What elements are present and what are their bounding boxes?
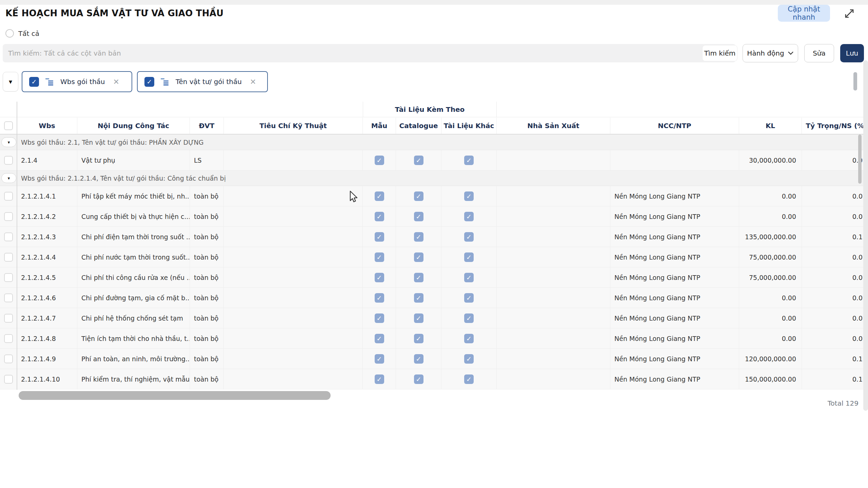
table-row[interactable]: 2.1.2.1.4.2 Cung cấp thiết bị và thực hi… — [0, 206, 868, 227]
table-row[interactable]: 2.1.2.1.4.3 Chi phí điện tạm thời trong … — [0, 227, 868, 247]
tai-lieu-khac-checkbox[interactable] — [464, 212, 474, 221]
table-row[interactable]: 2.1.2.1.4.10 Phí kiểm tra, thí nghiệm, v… — [0, 369, 868, 389]
catalogue-checkbox[interactable] — [414, 212, 423, 221]
horizontal-scrollbar[interactable] — [19, 391, 331, 400]
actions-button[interactable]: Hành động — [743, 44, 798, 62]
column-header-wbs[interactable]: Wbs — [17, 118, 77, 134]
cell-ncc-ntp: Nền Móng Long Giang NTP — [610, 349, 739, 369]
tai-lieu-khac-checkbox[interactable] — [464, 252, 474, 262]
chips-dropdown-button[interactable] — [3, 72, 18, 92]
save-button[interactable]: Lưu — [840, 44, 864, 62]
all-radio-row[interactable]: Tất cả — [5, 29, 39, 38]
catalogue-checkbox[interactable] — [414, 334, 423, 343]
row-checkbox[interactable] — [4, 293, 13, 302]
tai-lieu-khac-checkbox[interactable] — [464, 156, 474, 165]
catalogue-checkbox[interactable] — [414, 374, 423, 384]
tai-lieu-khac-checkbox[interactable] — [464, 232, 474, 242]
mau-checkbox[interactable] — [375, 313, 384, 323]
filter-chip-wbs-goi-thau[interactable]: Wbs gói thầu — [22, 71, 132, 92]
tai-lieu-khac-checkbox[interactable] — [464, 374, 474, 384]
chip-checkbox[interactable] — [144, 77, 154, 87]
mau-checkbox[interactable] — [375, 156, 384, 165]
expand-icon[interactable] — [843, 7, 856, 20]
row-checkbox[interactable] — [4, 212, 13, 221]
table-vertical-scrollbar[interactable] — [858, 135, 862, 184]
tai-lieu-khac-checkbox[interactable] — [464, 354, 474, 364]
column-header-noi-dung[interactable]: Nội Dung Công Tác — [77, 118, 190, 134]
catalogue-checkbox[interactable] — [414, 156, 423, 165]
table-row[interactable]: 2.1.2.1.4.1 Phí tập kết máy móc thiết bị… — [0, 186, 868, 206]
row-checkbox[interactable] — [4, 273, 13, 282]
chip-checkbox[interactable] — [29, 77, 39, 87]
column-header-mau[interactable]: Mẫu — [363, 118, 396, 134]
catalogue-checkbox[interactable] — [414, 354, 423, 364]
tai-lieu-khac-checkbox[interactable] — [464, 191, 474, 201]
tai-lieu-khac-checkbox[interactable] — [464, 334, 474, 343]
row-checkbox[interactable] — [4, 156, 13, 165]
cell-wbs: 2.1.2.1.4.2 — [17, 206, 77, 226]
mau-checkbox[interactable] — [375, 232, 384, 242]
collapse-group-button[interactable] — [1, 137, 16, 147]
column-header-ty-trong[interactable]: Tỷ Trọng/NS (% — [802, 118, 868, 134]
close-icon[interactable] — [250, 78, 256, 86]
close-icon[interactable] — [113, 78, 119, 86]
row-checkbox[interactable] — [4, 354, 13, 363]
catalogue-checkbox[interactable] — [414, 191, 423, 201]
tai-lieu-khac-checkbox[interactable] — [464, 293, 474, 303]
select-all-checkbox[interactable] — [4, 121, 13, 130]
mau-checkbox[interactable] — [375, 354, 384, 364]
all-radio[interactable] — [5, 29, 14, 38]
table-row[interactable]: 2.1.4 Vật tư phụ LS 30,000,000.00 0.0 — [0, 150, 868, 170]
collapse-group-button[interactable] — [1, 173, 16, 183]
catalogue-checkbox[interactable] — [414, 252, 423, 262]
table-header-group-row: Tài Liệu Kèm Theo — [0, 102, 868, 117]
column-header-kl[interactable]: KL — [739, 118, 802, 134]
table-row[interactable]: 2.1.2.1.4.6 Chi phí đường tạm, gia cố mặ… — [0, 288, 868, 308]
mau-checkbox[interactable] — [375, 293, 384, 303]
search-bar[interactable] — [3, 44, 736, 62]
column-header-nha-san-xuat[interactable]: Nhà Sản Xuất — [497, 118, 610, 134]
cell-dvt: toàn bộ — [190, 308, 224, 328]
tai-lieu-khac-checkbox[interactable] — [464, 273, 474, 282]
mau-checkbox[interactable] — [375, 212, 384, 221]
edit-button[interactable]: Sửa — [804, 44, 834, 62]
cell-wbs: 2.1.2.1.4.9 — [17, 349, 77, 369]
filter-chip-ten-vat-tu[interactable]: Tên vật tư/ gói thầu — [137, 71, 268, 92]
column-header-dvt[interactable]: ĐVT — [190, 118, 224, 134]
table-row[interactable]: 2.1.2.1.4.9 Phí an toàn, an ninh, môi tr… — [0, 349, 868, 369]
row-checkbox[interactable] — [4, 192, 13, 201]
mau-checkbox[interactable] — [375, 334, 384, 343]
cell-noi-dung: Chi phí điện tạm thời trong suốt ... — [77, 227, 190, 247]
mau-checkbox[interactable] — [375, 273, 384, 282]
mau-checkbox[interactable] — [375, 374, 384, 384]
chips-scrollbar-thumb[interactable] — [853, 72, 857, 90]
column-header-tieu-chi[interactable]: Tiêu Chí Kỹ Thuật — [224, 118, 363, 134]
column-header-tai-lieu-khac[interactable]: Tài Liệu Khác — [441, 118, 497, 134]
column-header-ncc-ntp[interactable]: NCC/NTP — [610, 118, 739, 134]
catalogue-checkbox[interactable] — [414, 293, 423, 303]
row-checkbox[interactable] — [4, 375, 13, 384]
row-checkbox[interactable] — [4, 334, 13, 343]
mau-checkbox[interactable] — [375, 191, 384, 201]
cell-kl: 0.00 — [739, 308, 802, 328]
row-checkbox[interactable] — [4, 232, 13, 241]
column-header-catalogue[interactable]: Catalogue — [396, 118, 441, 134]
cell-ncc-ntp: Nền Móng Long Giang NTP — [610, 247, 739, 267]
mau-checkbox[interactable] — [375, 252, 384, 262]
search-input[interactable] — [3, 44, 736, 62]
cell-dvt: toàn bộ — [190, 186, 224, 206]
row-checkbox[interactable] — [4, 253, 13, 262]
table-row[interactable]: 2.1.2.1.4.7 Chi phí hệ thống chống sét t… — [0, 308, 868, 328]
table-row[interactable]: 2.1.2.1.4.4 Chi phí nước tạm thời trong … — [0, 247, 868, 267]
catalogue-checkbox[interactable] — [414, 232, 423, 242]
search-button[interactable]: Tìm kiếm — [703, 45, 737, 61]
row-checkbox[interactable] — [4, 314, 13, 323]
table-row[interactable]: 2.1.2.1.4.5 Chi phí thi công cầu rửa xe … — [0, 267, 868, 288]
table-row[interactable]: 2.1.2.1.4.8 Tiện ích tạm thời cho nhà th… — [0, 328, 868, 349]
tai-lieu-khac-checkbox[interactable] — [464, 313, 474, 323]
quick-update-button[interactable]: Cập nhật nhanh — [778, 5, 830, 22]
page-scrollbar-track[interactable] — [863, 60, 868, 411]
cell-ncc-ntp: Nền Móng Long Giang NTP — [610, 328, 739, 348]
catalogue-checkbox[interactable] — [414, 313, 423, 323]
catalogue-checkbox[interactable] — [414, 273, 423, 282]
